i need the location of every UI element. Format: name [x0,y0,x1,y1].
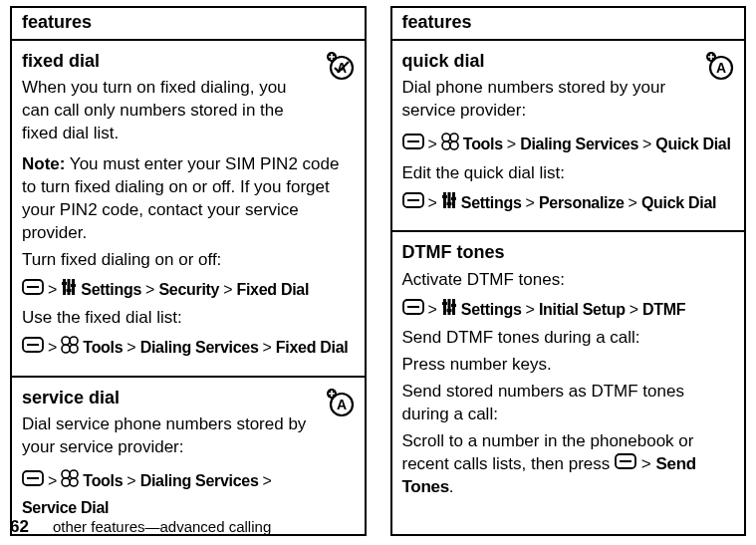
settings-icon [441,191,457,215]
svg-point-34 [450,141,458,149]
menu-path: > Settings > Personalize > Quick Dial [402,191,735,215]
svg-rect-37 [443,192,446,208]
path-item: Personalize [539,192,625,214]
svg-rect-6 [68,279,71,295]
menu-key-icon [402,299,424,321]
svg-rect-42 [451,197,456,200]
path-item: Settings [461,192,522,214]
path-item: Service Dial [22,497,109,519]
body-text: Send DTMF tones during a call: [402,327,735,350]
body-text: Edit the quick dial list: [402,162,735,185]
network-feature-icon: A [325,51,355,88]
path-item: Initial Setup [539,299,626,321]
path-item: Settings [461,299,522,321]
svg-rect-52 [620,460,631,462]
path-item: Dialing Services [140,470,259,492]
network-feature-icon: A [325,388,355,424]
svg-rect-41 [446,202,451,205]
page-footer: 62 other features—advanced calling [10,517,271,537]
tools-icon [61,336,79,360]
menu-path: > Settings > Initial Setup > DTMF [402,298,735,322]
left-column: features fixed dial When you turn on fix… [10,6,367,536]
svg-rect-5 [63,279,66,295]
column-header: features [12,8,365,41]
menu-path: > Settings > Security > Fixed Dial [22,278,355,302]
body-text: Press number keys. [402,354,735,377]
svg-point-23 [70,470,78,478]
tools-icon [61,469,79,493]
svg-point-25 [70,478,78,486]
svg-rect-4 [27,286,39,288]
section-service-dial: service dial Dial service phone numbers … [12,378,365,534]
svg-rect-36 [407,199,419,201]
section-title: DTMF tones [402,240,735,264]
body-text: Dial service phone numbers stored by you… [22,413,317,459]
svg-rect-46 [447,299,450,315]
menu-key-icon [22,279,44,301]
menu-key-icon [22,470,44,492]
section-fixed-dial: fixed dial When you turn on fixed dialin… [12,41,365,378]
path-item: Dialing Services [520,134,638,155]
svg-rect-50 [451,304,456,307]
menu-path: > Tools > Dialing Services > Service Dia… [22,469,355,518]
path-item: Tools [463,134,503,155]
svg-rect-44 [407,306,419,308]
section-dtmf: DTMF tones Activate DTMF tones: > Settin… [392,232,745,512]
body-text: Scroll to a number in the phonebook or r… [402,430,735,499]
network-feature-icon: A [704,51,734,88]
svg-point-33 [442,141,450,149]
body-text: Dial phone numbers stored by your servic… [402,77,697,123]
path-item: Quick Dial [641,192,716,214]
svg-rect-48 [442,302,447,305]
section-title: fixed dial [22,49,317,73]
svg-point-24 [62,478,70,486]
svg-point-13 [62,337,70,345]
svg-rect-40 [442,195,447,198]
svg-rect-30 [407,140,419,142]
path-item: Security [158,279,219,301]
note-label: Note: [22,154,65,173]
menu-key-icon [615,453,636,476]
page-number: 62 [10,517,29,537]
svg-rect-49 [446,309,451,312]
svg-rect-9 [67,289,72,292]
right-column: features quick dial Dial phone numbers s… [390,6,747,536]
svg-point-14 [70,337,78,345]
svg-text:A: A [336,60,346,76]
note-text: Note: You must enter your SIM PIN2 code … [22,153,355,245]
body-text: Turn fixed dialing on or off: [22,249,355,272]
footer-text: other features—advanced calling [53,518,271,535]
body-text: Use the fixed dial list: [22,307,355,330]
path-item: Dialing Services [140,337,259,359]
path-item: Tools [83,470,123,492]
settings-icon [441,298,457,322]
path-item: Tools [83,337,123,359]
menu-key-icon [402,192,424,214]
tools-icon [441,133,459,156]
svg-point-22 [62,470,70,478]
path-item: Fixed Dial [276,337,349,359]
path-item: Fixed Dial [237,279,310,301]
menu-key-icon [402,134,424,155]
note-body: You must enter your SIM PIN2 code to tur… [22,154,339,242]
path-item: Settings [81,279,141,301]
menu-key-icon [22,337,44,359]
menu-path: > Tools > Dialing Services > Fixed Dial [22,336,355,360]
svg-rect-12 [27,344,39,346]
body-text: When you turn on fixed dialing, you can … [22,77,317,145]
section-quick-dial: quick dial Dial phone numbers stored by … [392,41,745,232]
separator: > [641,454,651,473]
path-item: DTMF [642,299,685,321]
menu-path: > Tools > Dialing Services > Quick Dial [402,133,735,156]
body-text: Send stored numbers as DTMF tones during… [402,381,735,426]
section-title: service dial [22,386,317,409]
svg-rect-38 [447,192,450,208]
svg-text:A: A [336,397,346,412]
path-item: Quick Dial [655,134,730,155]
body-text: Activate DTMF tones: [402,269,735,292]
svg-rect-10 [71,284,76,287]
settings-icon [61,278,77,302]
column-header: features [392,8,745,41]
svg-rect-8 [62,282,67,285]
svg-rect-21 [27,477,39,479]
